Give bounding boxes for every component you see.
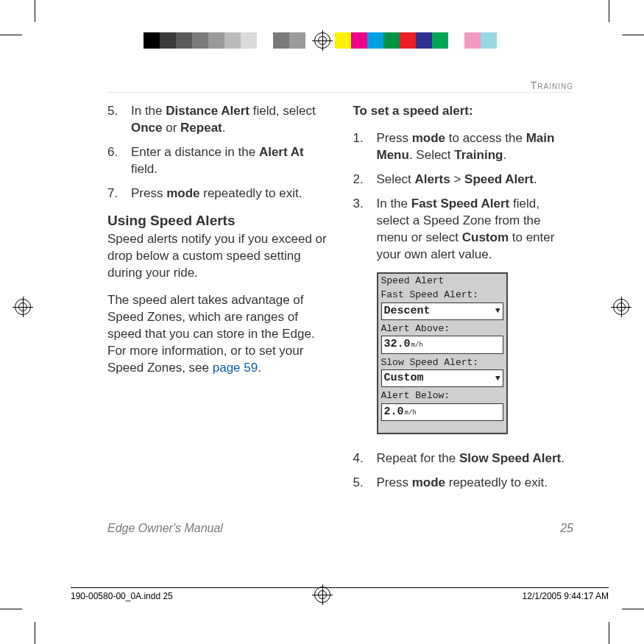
field-value: 32.0m/h: [384, 337, 423, 352]
color-bar-right: [335, 32, 497, 49]
crop-mark: [35, 0, 35, 22]
dropdown-icon: ▼: [495, 307, 500, 315]
text: The speed alert takes advantage of Speed…: [107, 293, 315, 375]
crop-mark: [609, 622, 609, 644]
alert-above-field: 32.0m/h: [381, 336, 503, 353]
step-number: 5.: [353, 475, 364, 492]
page-footer: Edge Owner's Manual 25: [107, 522, 573, 535]
registration-mark-icon: [314, 32, 330, 49]
step-number: 4.: [353, 450, 364, 467]
text: .: [258, 361, 261, 375]
list-item: 3.In the Fast Speed Alert field, select …: [353, 196, 574, 263]
list-item: 1.Press mode to access the Main Menu. Se…: [353, 130, 574, 164]
paragraph: The speed alert takes advantage of Speed…: [107, 292, 328, 377]
list-item: 5.In the Distance Alert field, select On…: [107, 103, 328, 137]
step-text: Select Alerts > Speed Alert.: [377, 172, 537, 186]
right-column: To set a speed alert: 1.Press mode to ac…: [353, 103, 574, 499]
step-list-left: 5.In the Distance Alert field, select On…: [107, 103, 328, 202]
list-item: 7.Press mode repeatedly to exit.: [107, 185, 328, 202]
heading-speed-alerts: Using Speed Alerts: [107, 211, 328, 230]
alert-below-field: 2.0m/h: [381, 403, 503, 421]
page-number: 25: [560, 522, 573, 535]
crop-mark: [622, 35, 644, 35]
list-item: 2.Select Alerts > Speed Alert.: [353, 171, 574, 188]
crop-mark: [622, 609, 644, 609]
step-text: Press mode repeatedly to exit.: [377, 475, 548, 489]
step-number: 7.: [107, 185, 118, 202]
slow-speed-field: Custom ▼: [381, 369, 503, 387]
color-bar-left: [144, 32, 305, 49]
crop-mark: [0, 609, 22, 609]
link-page-59[interactable]: page 59: [213, 361, 258, 375]
field-value: Custom: [384, 371, 424, 386]
step-number: 5.: [107, 103, 118, 120]
step-text: Repeat for the Slow Speed Alert.: [377, 451, 565, 465]
step-number: 6.: [107, 144, 118, 161]
device-label: Alert Below:: [378, 389, 506, 403]
device-label: Slow Speed Alert:: [378, 355, 506, 370]
print-slug: 190-00580-00_0A.indd 25 12/1/2005 9:44:1…: [71, 587, 609, 601]
step-number: 3.: [353, 196, 364, 213]
step-text: Press mode repeatedly to exit.: [131, 186, 302, 200]
dropdown-icon: ▼: [495, 375, 500, 383]
registration-mark-icon: [613, 299, 629, 315]
step-text: In the Fast Speed Alert field, select a …: [377, 197, 555, 261]
slug-timestamp: 12/1/2005 9:44:17 AM: [523, 591, 609, 601]
paragraph: Speed alerts notify you if you exceed or…: [107, 231, 328, 282]
list-item: 4.Repeat for the Slow Speed Alert.: [353, 450, 574, 467]
device-label: Fast Speed Alert:: [378, 288, 506, 302]
step-number: 1.: [353, 130, 364, 147]
step-text: Press mode to access the Main Menu. Sele…: [377, 131, 555, 162]
book-title: Edge Owner's Manual: [107, 522, 223, 535]
list-item: 5.Press mode repeatedly to exit.: [353, 475, 574, 492]
field-value: 2.0m/h: [384, 405, 417, 420]
list-item: 6.Enter a distance in the Alert At field…: [107, 144, 328, 178]
crop-mark: [35, 622, 35, 644]
fast-speed-field: Descent ▼: [381, 302, 503, 320]
left-column: 5.In the Distance Alert field, select On…: [107, 103, 328, 499]
registration-mark-icon: [15, 299, 31, 315]
step-text: In the Distance Alert field, select Once…: [131, 104, 316, 135]
lead-text: To set a speed alert:: [353, 103, 574, 120]
device-screenshot: Speed Alert Fast Speed Alert: Descent ▼ …: [377, 272, 508, 435]
crop-mark: [609, 0, 609, 22]
step-list-right-2: 4.Repeat for the Slow Speed Alert.5.Pres…: [353, 450, 574, 492]
crop-mark: [0, 35, 22, 35]
device-title: Speed Alert: [378, 274, 506, 289]
device-label: Alert Above:: [378, 322, 506, 336]
field-value: Descent: [384, 304, 431, 319]
step-text: Enter a distance in the Alert At field.: [131, 145, 304, 176]
slug-file: 190-00580-00_0A.indd 25: [71, 591, 173, 601]
step-number: 2.: [353, 171, 364, 188]
step-list-right-1: 1.Press mode to access the Main Menu. Se…: [353, 130, 574, 263]
section-label: Training: [531, 79, 573, 91]
page-content: Training 5.In the Distance Alert field, …: [107, 92, 573, 515]
